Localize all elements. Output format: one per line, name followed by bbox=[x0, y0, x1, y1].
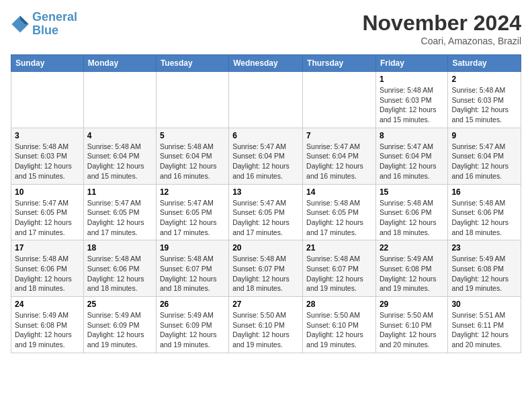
day-number: 3 bbox=[15, 131, 80, 140]
day-number: 27 bbox=[232, 300, 299, 309]
logo-line1: General bbox=[32, 10, 77, 24]
day-info: Sunrise: 5:49 AM Sunset: 6:09 PM Dayligh… bbox=[160, 310, 225, 350]
day-info: Sunrise: 5:47 AM Sunset: 6:04 PM Dayligh… bbox=[451, 142, 517, 181]
calendar-cell: 29Sunrise: 5:50 AM Sunset: 6:10 PM Dayli… bbox=[375, 297, 447, 353]
day-number: 5 bbox=[160, 131, 225, 140]
calendar-cell: 11Sunrise: 5:47 AM Sunset: 6:05 PM Dayli… bbox=[83, 184, 156, 240]
calendar-week-row: 1Sunrise: 5:48 AM Sunset: 6:03 PM Daylig… bbox=[11, 72, 521, 128]
calendar-week-row: 17Sunrise: 5:48 AM Sunset: 6:06 PM Dayli… bbox=[11, 240, 521, 297]
calendar-cell: 23Sunrise: 5:49 AM Sunset: 6:08 PM Dayli… bbox=[448, 240, 521, 297]
day-number: 13 bbox=[232, 187, 299, 197]
day-info: Sunrise: 5:48 AM Sunset: 6:05 PM Dayligh… bbox=[306, 198, 372, 238]
day-info: Sunrise: 5:48 AM Sunset: 6:06 PM Dayligh… bbox=[380, 198, 444, 238]
day-info: Sunrise: 5:49 AM Sunset: 6:08 PM Dayligh… bbox=[15, 310, 80, 350]
calendar-cell: 13Sunrise: 5:47 AM Sunset: 6:05 PM Dayli… bbox=[229, 184, 303, 240]
day-number: 15 bbox=[380, 187, 444, 197]
day-info: Sunrise: 5:49 AM Sunset: 6:08 PM Dayligh… bbox=[380, 254, 444, 293]
calendar-cell: 8Sunrise: 5:47 AM Sunset: 6:04 PM Daylig… bbox=[375, 128, 447, 184]
calendar-cell: 16Sunrise: 5:48 AM Sunset: 6:06 PM Dayli… bbox=[448, 184, 521, 240]
calendar-cell: 21Sunrise: 5:48 AM Sunset: 6:07 PM Dayli… bbox=[303, 240, 376, 297]
day-number: 19 bbox=[160, 243, 225, 253]
calendar-cell bbox=[11, 72, 84, 128]
day-info: Sunrise: 5:48 AM Sunset: 6:03 PM Dayligh… bbox=[380, 85, 444, 125]
calendar-cell: 20Sunrise: 5:48 AM Sunset: 6:07 PM Dayli… bbox=[229, 240, 303, 297]
calendar-cell: 19Sunrise: 5:48 AM Sunset: 6:07 PM Dayli… bbox=[156, 240, 228, 297]
day-info: Sunrise: 5:48 AM Sunset: 6:06 PM Dayligh… bbox=[87, 254, 152, 293]
calendar-header-row: SundayMondayTuesdayWednesdayThursdayFrid… bbox=[11, 55, 521, 72]
calendar-cell: 9Sunrise: 5:47 AM Sunset: 6:04 PM Daylig… bbox=[448, 128, 521, 184]
calendar-cell: 27Sunrise: 5:50 AM Sunset: 6:10 PM Dayli… bbox=[229, 297, 303, 353]
day-number: 10 bbox=[15, 187, 80, 197]
day-info: Sunrise: 5:47 AM Sunset: 6:04 PM Dayligh… bbox=[380, 142, 444, 181]
day-info: Sunrise: 5:47 AM Sunset: 6:05 PM Dayligh… bbox=[87, 198, 152, 238]
day-number: 21 bbox=[306, 243, 372, 253]
logo: General Blue bbox=[11, 11, 77, 38]
day-info: Sunrise: 5:48 AM Sunset: 6:03 PM Dayligh… bbox=[451, 85, 517, 125]
day-number: 26 bbox=[160, 300, 225, 309]
day-of-week-header: Saturday bbox=[448, 55, 521, 72]
day-number: 14 bbox=[306, 187, 372, 197]
day-info: Sunrise: 5:50 AM Sunset: 6:10 PM Dayligh… bbox=[380, 310, 444, 350]
calendar-cell: 17Sunrise: 5:48 AM Sunset: 6:06 PM Dayli… bbox=[11, 240, 84, 297]
day-info: Sunrise: 5:48 AM Sunset: 6:07 PM Dayligh… bbox=[160, 254, 225, 293]
day-number: 29 bbox=[380, 300, 444, 309]
day-number: 30 bbox=[451, 300, 517, 309]
day-info: Sunrise: 5:48 AM Sunset: 6:07 PM Dayligh… bbox=[306, 254, 372, 293]
day-number: 11 bbox=[87, 187, 152, 197]
calendar-cell bbox=[229, 72, 303, 128]
calendar-cell: 4Sunrise: 5:48 AM Sunset: 6:04 PM Daylig… bbox=[83, 128, 156, 184]
day-number: 20 bbox=[232, 243, 299, 253]
calendar-table: SundayMondayTuesdayWednesdayThursdayFrid… bbox=[11, 54, 521, 353]
day-info: Sunrise: 5:47 AM Sunset: 6:04 PM Dayligh… bbox=[232, 142, 299, 181]
day-number: 2 bbox=[451, 75, 517, 84]
day-number: 4 bbox=[87, 131, 152, 140]
day-number: 22 bbox=[380, 243, 444, 253]
calendar-cell: 28Sunrise: 5:50 AM Sunset: 6:10 PM Dayli… bbox=[303, 297, 376, 353]
calendar-cell bbox=[303, 72, 376, 128]
day-of-week-header: Friday bbox=[375, 55, 447, 72]
calendar-cell: 12Sunrise: 5:47 AM Sunset: 6:05 PM Dayli… bbox=[156, 184, 228, 240]
day-info: Sunrise: 5:49 AM Sunset: 6:08 PM Dayligh… bbox=[451, 254, 517, 293]
day-info: Sunrise: 5:48 AM Sunset: 6:06 PM Dayligh… bbox=[15, 254, 80, 293]
day-number: 17 bbox=[15, 243, 80, 253]
calendar-cell: 1Sunrise: 5:48 AM Sunset: 6:03 PM Daylig… bbox=[375, 72, 447, 128]
calendar-cell: 18Sunrise: 5:48 AM Sunset: 6:06 PM Dayli… bbox=[83, 240, 156, 297]
day-number: 16 bbox=[451, 187, 517, 197]
day-info: Sunrise: 5:48 AM Sunset: 6:06 PM Dayligh… bbox=[451, 198, 517, 238]
day-info: Sunrise: 5:48 AM Sunset: 6:07 PM Dayligh… bbox=[232, 254, 299, 293]
day-of-week-header: Sunday bbox=[11, 55, 84, 72]
calendar-cell bbox=[83, 72, 156, 128]
day-of-week-header: Wednesday bbox=[229, 55, 303, 72]
day-number: 12 bbox=[160, 187, 225, 197]
calendar-cell: 6Sunrise: 5:47 AM Sunset: 6:04 PM Daylig… bbox=[229, 128, 303, 184]
calendar-cell: 30Sunrise: 5:51 AM Sunset: 6:11 PM Dayli… bbox=[448, 297, 521, 353]
day-number: 6 bbox=[232, 131, 299, 140]
day-info: Sunrise: 5:48 AM Sunset: 6:04 PM Dayligh… bbox=[87, 142, 152, 181]
calendar-week-row: 10Sunrise: 5:47 AM Sunset: 6:05 PM Dayli… bbox=[11, 184, 521, 240]
calendar-cell: 26Sunrise: 5:49 AM Sunset: 6:09 PM Dayli… bbox=[156, 297, 228, 353]
calendar-cell: 10Sunrise: 5:47 AM Sunset: 6:05 PM Dayli… bbox=[11, 184, 84, 240]
location: Coari, Amazonas, Brazil bbox=[362, 36, 521, 46]
day-number: 28 bbox=[306, 300, 372, 309]
day-number: 23 bbox=[451, 243, 517, 253]
day-number: 7 bbox=[306, 131, 372, 140]
logo-line2: Blue bbox=[32, 24, 58, 37]
calendar-cell: 15Sunrise: 5:48 AM Sunset: 6:06 PM Dayli… bbox=[375, 184, 447, 240]
calendar-cell bbox=[156, 72, 228, 128]
calendar-cell: 7Sunrise: 5:47 AM Sunset: 6:04 PM Daylig… bbox=[303, 128, 376, 184]
day-of-week-header: Tuesday bbox=[156, 55, 228, 72]
title-block: November 2024 Coari, Amazonas, Brazil bbox=[362, 11, 521, 46]
logo-text: General Blue bbox=[32, 11, 77, 38]
calendar-cell: 22Sunrise: 5:49 AM Sunset: 6:08 PM Dayli… bbox=[375, 240, 447, 297]
calendar-cell: 24Sunrise: 5:49 AM Sunset: 6:08 PM Dayli… bbox=[11, 297, 84, 353]
page-header: General Blue November 2024 Coari, Amazon… bbox=[11, 11, 521, 46]
calendar-cell: 3Sunrise: 5:48 AM Sunset: 6:03 PM Daylig… bbox=[11, 128, 84, 184]
month-title: November 2024 bbox=[362, 11, 521, 36]
day-info: Sunrise: 5:47 AM Sunset: 6:05 PM Dayligh… bbox=[15, 198, 80, 238]
day-info: Sunrise: 5:50 AM Sunset: 6:10 PM Dayligh… bbox=[306, 310, 372, 350]
calendar-week-row: 3Sunrise: 5:48 AM Sunset: 6:03 PM Daylig… bbox=[11, 128, 521, 184]
day-of-week-header: Thursday bbox=[303, 55, 376, 72]
calendar-cell: 5Sunrise: 5:48 AM Sunset: 6:04 PM Daylig… bbox=[156, 128, 228, 184]
calendar-cell: 25Sunrise: 5:49 AM Sunset: 6:09 PM Dayli… bbox=[83, 297, 156, 353]
day-number: 25 bbox=[87, 300, 152, 309]
